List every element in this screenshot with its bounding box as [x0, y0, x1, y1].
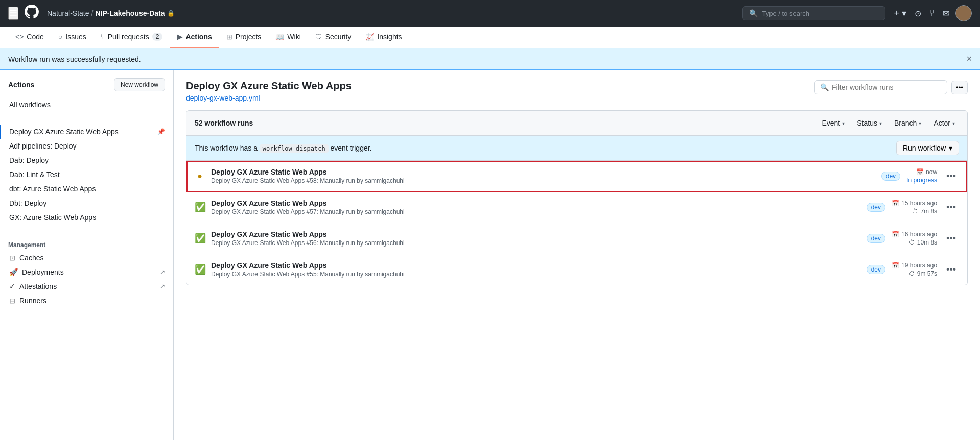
status-filter-button[interactable]: Status ▾	[853, 117, 886, 129]
hamburger-menu[interactable]: ☰	[8, 7, 18, 20]
deployments-icon: 🚀	[9, 268, 18, 276]
run-info: Deploy GX Azure Static Web Apps Deploy G…	[211, 168, 875, 184]
run-workflow-button[interactable]: Run workflow ▾	[896, 141, 959, 155]
search-bar[interactable]: 🔍 Type / to search	[742, 6, 885, 20]
sidebar-item-attestations[interactable]: ✓ Attestations ↗	[0, 279, 173, 294]
caches-label: Caches	[19, 254, 43, 262]
trigger-code: workflow_dispatch	[260, 144, 329, 153]
sidebar-item-deploy-gx[interactable]: Deploy GX Azure Static Web Apps 📌	[0, 125, 173, 139]
trigger-text-after: event trigger.	[331, 144, 372, 152]
more-options-button[interactable]: •••	[951, 81, 968, 94]
trigger-banner: This workflow has a workflow_dispatch ev…	[186, 136, 967, 161]
calendar-icon: 📅	[892, 200, 899, 207]
sidebar-item-dbt-deploy[interactable]: Dbt: Deploy	[0, 196, 173, 210]
sidebar-item-dab-lint[interactable]: Dab: Lint & Test	[0, 167, 173, 182]
sidebar-item-deployments[interactable]: 🚀 Deployments ↗	[0, 265, 173, 279]
sidebar-item-gx-azure[interactable]: GX: Azure Static Web Apps	[0, 210, 173, 225]
tab-insights-label: Insights	[377, 33, 402, 41]
clock-icon: ⏱	[909, 270, 915, 277]
wiki-icon: 📖	[275, 33, 284, 41]
caches-icon: ⊡	[9, 254, 15, 262]
tab-pull-requests[interactable]: ⑂ Pull requests 2	[94, 27, 170, 48]
content-header-right: 🔍 •••	[814, 80, 968, 94]
search-placeholder: Type / to search	[762, 10, 809, 17]
main-layout: Actions New workflow All workflows Deplo…	[0, 70, 980, 440]
deployments-external-icon: ↗	[160, 268, 165, 276]
run-row-run-58[interactable]: ● Deploy GX Azure Static Web Apps Deploy…	[186, 161, 967, 192]
tab-code[interactable]: <> Code	[8, 27, 51, 48]
tab-insights[interactable]: 📈 Insights	[358, 27, 409, 48]
clock-icon: ⏱	[909, 239, 915, 246]
run-row-run-56[interactable]: ✅ Deploy GX Azure Static Web Apps Deploy…	[186, 223, 967, 254]
notifications-icon[interactable]: ⊙	[913, 7, 923, 20]
run-row-run-55[interactable]: ✅ Deploy GX Azure Static Web Apps Deploy…	[186, 254, 967, 285]
run-workflow-chevron: ▾	[949, 144, 952, 152]
new-workflow-button[interactable]: New workflow	[114, 78, 165, 91]
management-section-label: Management	[0, 237, 173, 251]
inbox-icon[interactable]: ✉	[941, 7, 951, 20]
event-filter-label: Event	[822, 119, 840, 127]
run-branch-badge[interactable]: dev	[867, 234, 885, 243]
tab-security[interactable]: 🛡 Security	[308, 27, 359, 48]
run-title: Deploy GX Azure Static Web Apps	[211, 230, 860, 238]
tab-actions-label: Actions	[185, 33, 212, 41]
trigger-text-before: This workflow has a	[195, 144, 258, 152]
lock-icon: 🔒	[167, 10, 175, 17]
run-time: 📅 19 hours ago	[892, 262, 937, 269]
run-more-button[interactable]: •••	[943, 263, 959, 276]
event-filter-button[interactable]: Event ▾	[818, 117, 849, 129]
run-more-button[interactable]: •••	[943, 201, 959, 214]
clock-icon: ⏱	[912, 208, 918, 215]
tab-actions[interactable]: ▶ Actions	[170, 27, 219, 48]
avatar[interactable]	[955, 5, 972, 21]
run-title: Deploy GX Azure Static Web Apps	[211, 199, 860, 207]
run-branch-badge[interactable]: dev	[867, 265, 885, 274]
sidebar: Actions New workflow All workflows Deplo…	[0, 70, 174, 440]
workflow-title: Deploy GX Azure Static Web Apps	[186, 80, 352, 92]
runners-icon: ⊟	[9, 297, 15, 305]
sidebar-item-dab-deploy[interactable]: Dab: Deploy	[0, 153, 173, 167]
content-area: Deploy GX Azure Static Web Apps deploy-g…	[174, 70, 980, 440]
tab-issues[interactable]: ○ Issues	[51, 27, 94, 48]
attestations-label: Attestations	[19, 282, 57, 290]
tab-security-label: Security	[325, 33, 352, 41]
search-icon: 🔍	[749, 9, 758, 17]
run-subtitle: Deploy GX Azure Static Web Apps #57: Man…	[211, 208, 860, 215]
actor-filter-button[interactable]: Actor ▾	[929, 117, 959, 129]
run-meta: 📅 now In progress	[906, 168, 937, 184]
workflow-file-link[interactable]: deploy-gx-web-app.yml	[186, 94, 352, 102]
run-time: 📅 15 hours ago	[892, 200, 937, 207]
sidebar-item-dbt-azure[interactable]: dbt: Azure Static Web Apps	[0, 182, 173, 196]
sidebar-item-caches[interactable]: ⊡ Caches	[0, 251, 173, 265]
run-status-icon: ✅	[195, 202, 205, 213]
actor-chevron: ▾	[952, 120, 955, 126]
filter-input[interactable]	[832, 83, 942, 91]
pull-request-icon[interactable]: ⑂	[927, 7, 937, 20]
repo-name[interactable]: NIP-Lakehouse-Data	[95, 9, 165, 17]
banner-close[interactable]: ×	[966, 54, 972, 64]
run-more-button[interactable]: •••	[943, 232, 959, 245]
tab-issues-label: Issues	[65, 33, 86, 41]
sidebar-item-adf-pipelines[interactable]: Adf pipelines: Deploy	[0, 139, 173, 153]
code-icon: <>	[15, 33, 24, 41]
plus-button[interactable]: + ▾	[892, 6, 908, 21]
run-workflow-label: Run workflow	[903, 144, 946, 152]
sidebar-item-runners[interactable]: ⊟ Runners	[0, 294, 173, 308]
filter-search-icon: 🔍	[820, 83, 829, 91]
repo-path: Natural-State / NIP-Lakehouse-Data 🔒	[47, 9, 175, 17]
run-status-icon: ●	[195, 172, 205, 181]
run-row-run-57[interactable]: ✅ Deploy GX Azure Static Web Apps Deploy…	[186, 192, 967, 223]
run-meta: 📅 19 hours ago ⏱ 9m 57s	[892, 262, 937, 277]
org-name[interactable]: Natural-State	[47, 9, 89, 17]
tab-wiki[interactable]: 📖 Wiki	[268, 27, 308, 48]
runs-filters: Event ▾ Status ▾ Branch ▾ Actor ▾	[818, 117, 959, 129]
tab-projects[interactable]: ⊞ Projects	[219, 27, 269, 48]
status-icon-success: ✅	[195, 202, 206, 212]
runs-count: 52 workflow runs	[195, 119, 253, 127]
run-branch-badge[interactable]: dev	[867, 203, 885, 212]
branch-filter-button[interactable]: Branch ▾	[890, 117, 925, 129]
run-more-button[interactable]: •••	[943, 170, 959, 183]
sidebar-item-all-workflows[interactable]: All workflows	[0, 97, 173, 112]
run-branch-badge[interactable]: dev	[881, 172, 900, 181]
runners-label: Runners	[19, 297, 46, 305]
